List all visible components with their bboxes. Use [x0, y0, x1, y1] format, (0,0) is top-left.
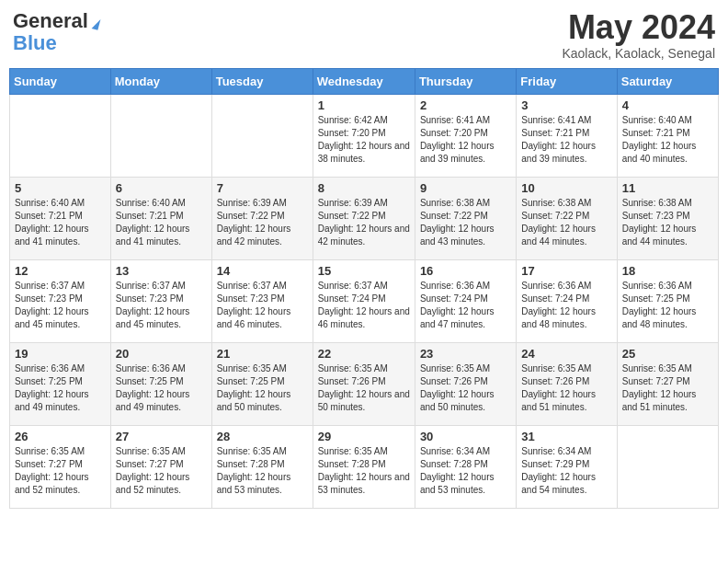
day-number: 1: [318, 98, 410, 112]
day-info: Sunrise: 6:35 AMSunset: 7:28 PMDaylight:…: [217, 445, 308, 497]
day-number: 30: [420, 430, 511, 443]
day-info: Sunrise: 6:41 AMSunset: 7:21 PMDaylight:…: [521, 114, 611, 166]
day-info: Sunrise: 6:36 AMSunset: 7:24 PMDaylight:…: [521, 280, 611, 331]
calendar-cell: 26Sunrise: 6:35 AMSunset: 7:27 PMDayligh…: [10, 425, 111, 508]
calendar-cell: 19Sunrise: 6:36 AMSunset: 7:25 PMDayligh…: [10, 342, 111, 425]
day-number: 27: [116, 430, 207, 443]
day-number: 20: [116, 347, 207, 361]
calendar-cell: 22Sunrise: 6:35 AMSunset: 7:26 PMDayligh…: [313, 342, 415, 425]
day-number: 10: [521, 181, 611, 195]
calendar-cell: 27Sunrise: 6:35 AMSunset: 7:27 PMDayligh…: [110, 425, 211, 508]
day-info: Sunrise: 6:37 AMSunset: 7:24 PMDaylight:…: [318, 280, 410, 331]
logo: General Blue: [13, 9, 99, 55]
calendar-week-4: 19Sunrise: 6:36 AMSunset: 7:25 PMDayligh…: [10, 342, 719, 425]
day-number: 9: [420, 181, 511, 195]
weekday-header-row: SundayMondayTuesdayWednesdayThursdayFrid…: [10, 68, 719, 94]
day-info: Sunrise: 6:36 AMSunset: 7:25 PMDaylight:…: [622, 280, 713, 331]
calendar-cell: 18Sunrise: 6:36 AMSunset: 7:25 PMDayligh…: [617, 259, 718, 342]
weekday-header-friday: Friday: [517, 68, 617, 94]
day-number: 18: [622, 264, 713, 278]
calendar-cell: 9Sunrise: 6:38 AMSunset: 7:22 PMDaylight…: [415, 177, 516, 259]
day-number: 21: [217, 347, 308, 361]
day-info: Sunrise: 6:37 AMSunset: 7:23 PMDaylight:…: [15, 280, 106, 331]
logo-general-text: General: [13, 9, 88, 32]
day-number: 14: [217, 264, 308, 278]
calendar-cell: 5Sunrise: 6:40 AMSunset: 7:21 PMDaylight…: [10, 177, 111, 259]
day-number: 11: [622, 181, 713, 195]
calendar-cell: 23Sunrise: 6:35 AMSunset: 7:26 PMDayligh…: [415, 342, 516, 425]
calendar-cell: 11Sunrise: 6:38 AMSunset: 7:23 PMDayligh…: [617, 177, 718, 259]
calendar-cell: 21Sunrise: 6:35 AMSunset: 7:25 PMDayligh…: [211, 342, 313, 425]
day-number: 31: [521, 430, 611, 443]
day-number: 12: [15, 264, 106, 278]
calendar-cell: 29Sunrise: 6:35 AMSunset: 7:28 PMDayligh…: [313, 425, 415, 508]
calendar-cell: 28Sunrise: 6:35 AMSunset: 7:28 PMDayligh…: [211, 425, 313, 508]
day-info: Sunrise: 6:34 AMSunset: 7:28 PMDaylight:…: [420, 445, 511, 497]
calendar-week-2: 5Sunrise: 6:40 AMSunset: 7:21 PMDaylight…: [10, 177, 719, 259]
day-info: Sunrise: 6:40 AMSunset: 7:21 PMDaylight:…: [15, 197, 106, 248]
day-info: Sunrise: 6:39 AMSunset: 7:22 PMDaylight:…: [318, 197, 410, 248]
calendar-cell: [10, 94, 111, 177]
day-info: Sunrise: 6:41 AMSunset: 7:20 PMDaylight:…: [420, 114, 511, 166]
day-info: Sunrise: 6:42 AMSunset: 7:20 PMDaylight:…: [318, 114, 410, 166]
day-number: 17: [521, 264, 611, 278]
weekday-header-tuesday: Tuesday: [211, 68, 313, 94]
calendar-cell: 13Sunrise: 6:37 AMSunset: 7:23 PMDayligh…: [110, 259, 211, 342]
logo-top: General: [13, 9, 99, 33]
day-info: Sunrise: 6:40 AMSunset: 7:21 PMDaylight:…: [116, 197, 207, 248]
day-info: Sunrise: 6:37 AMSunset: 7:23 PMDaylight:…: [217, 280, 308, 331]
calendar-cell: [211, 94, 313, 177]
day-number: 4: [622, 98, 713, 112]
calendar-cell: 2Sunrise: 6:41 AMSunset: 7:20 PMDaylight…: [415, 94, 516, 177]
day-number: 26: [15, 430, 106, 443]
day-number: 3: [521, 98, 611, 112]
logo-blue-text: Blue: [13, 31, 57, 55]
calendar-location: Kaolack, Kaolack, Senegal: [562, 46, 715, 61]
calendar-cell: 6Sunrise: 6:40 AMSunset: 7:21 PMDaylight…: [110, 177, 211, 259]
day-number: 5: [15, 181, 106, 195]
page-header: General Blue May 2024 Kaolack, Kaolack, …: [9, 9, 719, 61]
calendar-cell: 12Sunrise: 6:37 AMSunset: 7:23 PMDayligh…: [10, 259, 111, 342]
day-number: 19: [15, 347, 106, 361]
weekday-header-thursday: Thursday: [415, 68, 516, 94]
day-number: 22: [318, 347, 410, 361]
day-info: Sunrise: 6:35 AMSunset: 7:28 PMDaylight:…: [318, 445, 410, 497]
day-info: Sunrise: 6:38 AMSunset: 7:22 PMDaylight:…: [420, 197, 511, 248]
day-info: Sunrise: 6:35 AMSunset: 7:25 PMDaylight:…: [217, 362, 308, 414]
day-number: 28: [217, 430, 308, 443]
calendar-cell: 20Sunrise: 6:36 AMSunset: 7:25 PMDayligh…: [110, 342, 211, 425]
day-number: 24: [521, 347, 611, 361]
day-info: Sunrise: 6:36 AMSunset: 7:24 PMDaylight:…: [420, 280, 511, 331]
calendar-cell: 4Sunrise: 6:40 AMSunset: 7:21 PMDaylight…: [617, 94, 718, 177]
title-area: May 2024 Kaolack, Kaolack, Senegal: [562, 9, 715, 61]
weekday-header-saturday: Saturday: [617, 68, 718, 94]
calendar-cell: 14Sunrise: 6:37 AMSunset: 7:23 PMDayligh…: [211, 259, 313, 342]
day-info: Sunrise: 6:35 AMSunset: 7:27 PMDaylight:…: [15, 445, 106, 497]
calendar-table: SundayMondayTuesdayWednesdayThursdayFrid…: [9, 68, 719, 509]
calendar-cell: 8Sunrise: 6:39 AMSunset: 7:22 PMDaylight…: [313, 177, 415, 259]
day-number: 25: [622, 347, 713, 361]
calendar-cell: 17Sunrise: 6:36 AMSunset: 7:24 PMDayligh…: [517, 259, 617, 342]
weekday-header-monday: Monday: [110, 68, 211, 94]
day-number: 8: [318, 181, 410, 195]
calendar-cell: 1Sunrise: 6:42 AMSunset: 7:20 PMDaylight…: [313, 94, 415, 177]
day-info: Sunrise: 6:36 AMSunset: 7:25 PMDaylight:…: [15, 362, 106, 414]
calendar-cell: 3Sunrise: 6:41 AMSunset: 7:21 PMDaylight…: [517, 94, 617, 177]
calendar-cell: 15Sunrise: 6:37 AMSunset: 7:24 PMDayligh…: [313, 259, 415, 342]
day-info: Sunrise: 6:35 AMSunset: 7:26 PMDaylight:…: [420, 362, 511, 414]
day-info: Sunrise: 6:35 AMSunset: 7:26 PMDaylight:…: [521, 362, 611, 414]
day-info: Sunrise: 6:34 AMSunset: 7:29 PMDaylight:…: [521, 445, 611, 497]
calendar-cell: 7Sunrise: 6:39 AMSunset: 7:22 PMDaylight…: [211, 177, 313, 259]
day-number: 16: [420, 264, 511, 278]
calendar-cell: 24Sunrise: 6:35 AMSunset: 7:26 PMDayligh…: [517, 342, 617, 425]
day-number: 2: [420, 98, 511, 112]
logo-icon: [92, 17, 101, 29]
day-info: Sunrise: 6:35 AMSunset: 7:26 PMDaylight:…: [318, 362, 410, 414]
day-info: Sunrise: 6:36 AMSunset: 7:25 PMDaylight:…: [116, 362, 207, 414]
calendar-title: May 2024: [562, 9, 715, 46]
calendar-week-3: 12Sunrise: 6:37 AMSunset: 7:23 PMDayligh…: [10, 259, 719, 342]
calendar-cell: 16Sunrise: 6:36 AMSunset: 7:24 PMDayligh…: [415, 259, 516, 342]
day-info: Sunrise: 6:38 AMSunset: 7:22 PMDaylight:…: [521, 197, 611, 248]
calendar-cell: 30Sunrise: 6:34 AMSunset: 7:28 PMDayligh…: [415, 425, 516, 508]
day-info: Sunrise: 6:37 AMSunset: 7:23 PMDaylight:…: [116, 280, 207, 331]
